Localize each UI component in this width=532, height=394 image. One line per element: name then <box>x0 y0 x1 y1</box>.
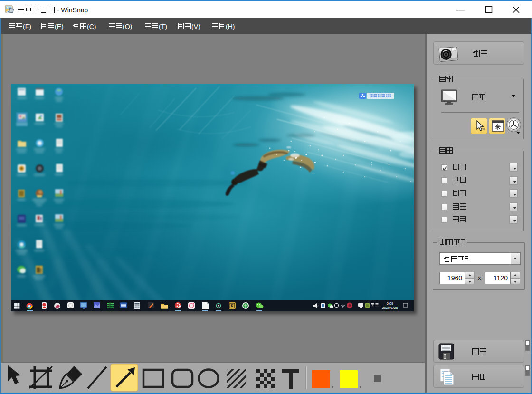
svg-text:0:09: 0:09 <box>387 301 394 306</box>
svg-text:2020/1/28: 2020/1/28 <box>382 306 398 310</box>
